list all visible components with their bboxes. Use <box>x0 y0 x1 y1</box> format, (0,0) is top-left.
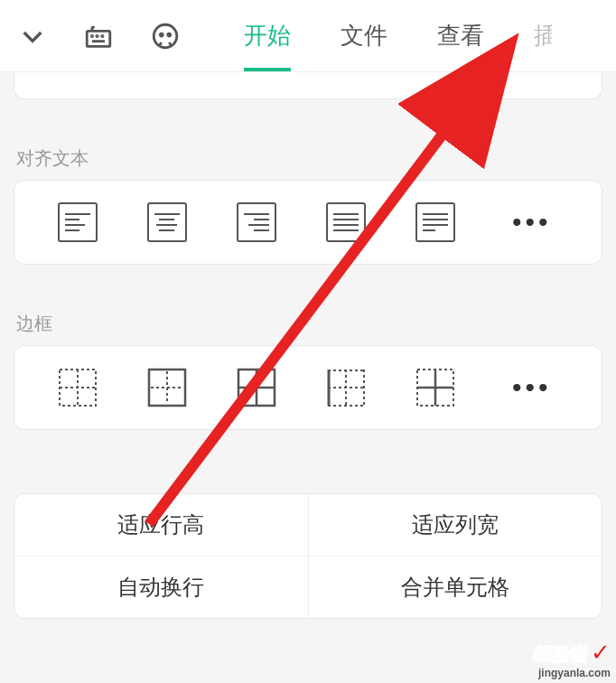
svg-line-27 <box>149 59 499 524</box>
align-center-button[interactable] <box>147 202 187 242</box>
assistant-icon[interactable] <box>150 21 181 51</box>
border-card: ••• <box>14 345 602 430</box>
svg-point-2 <box>97 35 98 36</box>
svg-point-6 <box>160 33 163 36</box>
align-left-button[interactable] <box>58 202 98 242</box>
align-more-button[interactable]: ••• <box>505 207 559 238</box>
border-outer-button[interactable] <box>147 368 187 407</box>
tab-view[interactable]: 查看 <box>437 0 484 71</box>
card-stub <box>14 72 602 99</box>
fit-row-height-button[interactable]: 适应行高 <box>14 494 308 556</box>
align-card: ••• <box>14 180 602 265</box>
border-inner-button[interactable] <box>415 368 455 407</box>
svg-rect-0 <box>87 31 110 46</box>
svg-point-3 <box>102 35 103 36</box>
tab-insert-partial[interactable]: 插 <box>534 0 552 71</box>
border-all-button[interactable] <box>237 368 276 407</box>
tab-start[interactable]: 开始 <box>244 0 291 71</box>
chevron-down-icon[interactable] <box>18 22 47 51</box>
border-left-button[interactable] <box>326 368 366 407</box>
svg-point-5 <box>154 24 177 48</box>
keyboard-icon[interactable] <box>83 21 114 51</box>
watermark-url: jingyanla.com <box>533 667 611 679</box>
border-section-label: 边框 <box>0 312 616 345</box>
svg-point-7 <box>168 33 171 36</box>
fit-col-width-button[interactable]: 适应列宽 <box>308 494 602 556</box>
align-right-button[interactable] <box>237 202 276 242</box>
merge-cells-button[interactable]: 合并单元格 <box>308 557 602 618</box>
watermark-brand: 经验啦 <box>533 642 587 667</box>
cell-options-card: 适应行高 适应列宽 自动换行 合并单元格 <box>14 493 602 619</box>
border-none-button[interactable] <box>58 368 98 407</box>
border-more-button[interactable]: ••• <box>505 372 559 403</box>
check-icon: ✓ <box>591 639 611 666</box>
word-wrap-button[interactable]: 自动换行 <box>14 557 308 618</box>
align-justify-left-button[interactable] <box>415 202 455 242</box>
align-section-label: 对齐文本 <box>0 146 616 180</box>
svg-point-1 <box>91 35 92 36</box>
tab-file[interactable]: 文件 <box>341 0 387 71</box>
watermark: 经验啦✓ jingyanla.com <box>533 639 611 679</box>
align-justify-button[interactable] <box>326 202 366 242</box>
